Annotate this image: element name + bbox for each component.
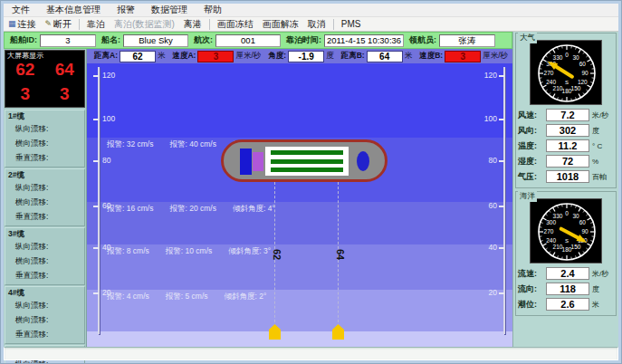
env-field-label: 湿度: [518, 156, 543, 168]
svg-text:0: 0 [565, 52, 569, 58]
alarm-threshold-text: 倾斜角度: 3° [228, 246, 271, 255]
alarm-threshold-text: 倾斜角度: 2° [225, 292, 267, 301]
alarm-threshold-text: 报警: 16 cm/s [107, 204, 153, 213]
measure-value-2: -1.9 [288, 51, 324, 62]
menu-bar: 文件基本信息管理报警数据管理帮助 [4, 4, 618, 17]
led-display-values: 626433 [5, 58, 84, 107]
led-value-1: 64 [45, 60, 85, 81]
right-axis-label: 100 [484, 114, 497, 123]
ocean-fields: 流速:2.4米/秒流向:118度潮位:2.6米 [518, 267, 614, 311]
svg-text:330: 330 [553, 54, 563, 61]
env-field-label: 流速: [518, 268, 543, 280]
content: 船舶ID:3船名:Blue Sky航次:001靠泊时间:2011-4-15 10… [4, 32, 618, 347]
measure-label-4: 速度B: [419, 51, 443, 62]
alarm-threshold-row-1: 报警: 16 cm/s报警: 20 cm/s倾斜角度: 4° [107, 204, 292, 215]
env-field-label: 流向: [518, 283, 543, 295]
ocean-group: 海洋 0306090120150180210240270300330S 流速:2… [515, 191, 617, 316]
menu-item-4[interactable]: 帮助 [196, 4, 230, 16]
info-value[interactable]: 3 [40, 34, 96, 47]
env-field-value: 72 [546, 155, 589, 168]
ship-cargo-deck [265, 147, 349, 176]
alarm-threshold-text: 报警: 5 cm/s [166, 292, 208, 301]
env-field-湿度:: 湿度:72% [518, 155, 614, 168]
svg-text:60: 60 [579, 61, 587, 67]
toolbar-button-label: 靠泊 [87, 18, 105, 31]
measure-unit-0: 米 [158, 51, 166, 62]
toolbar-button-离泊(数据监测): 离泊(数据监测) [110, 18, 179, 31]
toolbar-button-label: 离港 [184, 18, 202, 31]
toolbar-button-连接[interactable]: ▦连接 [4, 18, 41, 31]
measure-label-1: 速度A: [172, 51, 196, 62]
ocean-title: 海洋 [518, 191, 537, 202]
left-axis-tick [93, 292, 99, 294]
env-field-value: 2.6 [546, 298, 589, 311]
svg-text:90: 90 [581, 228, 589, 235]
cable-section-2: 2#缆纵向漂移:横向漂移:垂直漂移: [5, 168, 85, 226]
left-axis-label: 120 [102, 71, 115, 80]
measure-label-2: 角度: [268, 51, 286, 62]
current-direction-gauge: 0306090120150180210240270300330S [530, 198, 602, 263]
toolbar-button-画面冻结[interactable]: 画面冻结 [213, 18, 258, 31]
left-column: 船舶ID:3船名:Blue Sky航次:001靠泊时间:2011-4-15 10… [4, 32, 512, 347]
berthing-chart: 报警: 32 cm/s报警: 40 cm/s倾斜角度: 5°报警: 16 cm/… [87, 63, 512, 347]
toolbar-button-取消[interactable]: 取消 [303, 18, 330, 31]
svg-text:150: 150 [571, 244, 581, 250]
status-bar [4, 347, 618, 360]
info-label: 航次: [194, 34, 213, 46]
menu-item-0[interactable]: 文件 [4, 4, 38, 16]
led-value-0: 62 [5, 60, 45, 81]
toolbar-separator [79, 19, 80, 30]
env-field-unit: % [592, 158, 598, 166]
atmosphere-title: 大气 [518, 33, 537, 43]
info-field-3: 靠泊时间:2011-4-15 10:30:36 [281, 34, 404, 47]
menu-item-2[interactable]: 报警 [109, 4, 143, 16]
svg-text:300: 300 [546, 219, 556, 225]
cargo-stripe [271, 168, 343, 172]
info-value[interactable]: Blue Sky [123, 34, 188, 47]
toolbar-separator [333, 19, 334, 30]
env-field-unit: ° C [592, 142, 602, 150]
body: 大屏幕显示 626433 1#缆纵向漂移:横向漂移:垂直漂移:2#缆纵向漂移:横… [4, 49, 512, 347]
env-field-温度:: 温度:11.2° C [518, 139, 614, 152]
env-field-value: 1018 [546, 170, 589, 183]
connect-icon: ▦ [8, 20, 16, 28]
info-value[interactable]: 001 [215, 34, 281, 47]
info-label: 船舶ID: [10, 34, 37, 46]
toolbar-button-画面解冻[interactable]: 画面解冻 [258, 18, 303, 31]
env-field-unit: 百帕 [592, 172, 607, 182]
atmosphere-fields: 风速:7.2米/秒风向:302度温度:11.2° C湿度:72%气压:1018百… [518, 109, 614, 183]
env-field-value: 7.2 [546, 109, 589, 121]
svg-text:30: 30 [572, 213, 579, 219]
atmosphere-group: 大气 0306090120150180210240270300330S 风速:7… [515, 33, 617, 188]
ship-diagram [221, 139, 388, 182]
env-field-unit: 度 [592, 126, 599, 136]
cable-drift-row: 垂直漂移: [8, 269, 82, 283]
svg-text:270: 270 [544, 228, 554, 235]
measure-value-1: 3 [197, 51, 234, 62]
right-axis-label: 120 [484, 71, 497, 80]
svg-text:210: 210 [553, 244, 563, 250]
toolbar-button-靠泊[interactable]: 靠泊 [82, 18, 110, 31]
info-value[interactable]: 张涛 [439, 34, 495, 47]
menu-item-1[interactable]: 基本信息管理 [38, 4, 109, 16]
ship-bow-structure [240, 148, 252, 175]
toolbar-button-离港[interactable]: 离港 [179, 18, 206, 31]
toolbar-button-PMS[interactable]: PMS [337, 18, 366, 31]
menu-item-3[interactable]: 数据管理 [143, 4, 196, 16]
ship-deckhouse [253, 152, 263, 171]
alarm-threshold-text: 报警: 10 cm/s [166, 246, 212, 255]
env-field-label: 温度: [518, 140, 543, 152]
svg-text:180: 180 [562, 88, 572, 94]
cable-section-title: 4#缆 [8, 288, 82, 299]
env-field-label: 风向: [518, 125, 543, 137]
environment-panel: 大气 0306090120150180210240270300330S 风速:7… [512, 32, 618, 347]
env-field-label: 风速: [518, 110, 543, 121]
cable-drift-row: 纵向漂移: [8, 181, 82, 196]
cable-section-title: 1#缆 [8, 111, 82, 122]
info-field-1: 船名:Blue Sky [96, 34, 188, 47]
right-axis-tick [499, 206, 504, 207]
info-value[interactable]: 2011-4-15 10:30:36 [324, 34, 404, 47]
toolbar-button-断开[interactable]: ✎断开 [41, 18, 77, 31]
toolbar-button-label: 画面冻结 [217, 18, 254, 31]
measure-value-0: 62 [120, 51, 156, 62]
